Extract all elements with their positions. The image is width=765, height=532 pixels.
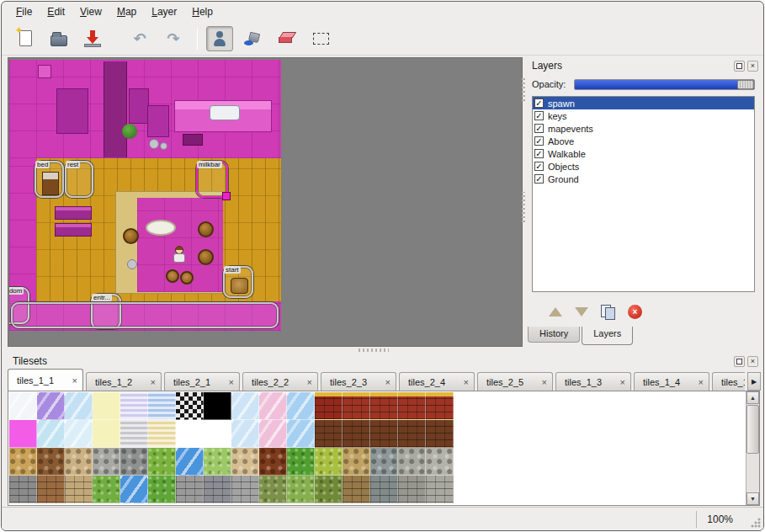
layer-visibility-checkbox[interactable]: ✓ [534,149,544,158]
map-view[interactable]: bed rest milkbar start entr... andom [8,57,523,347]
tileset-tile[interactable] [148,448,176,476]
tab-close-icon[interactable]: × [542,377,547,387]
lower-layer-button[interactable] [575,307,588,317]
scrollbar-thumb[interactable] [746,405,759,454]
tileset-tile[interactable] [148,420,176,448]
tileset-tile[interactable] [315,392,343,420]
layer-row-Walkable[interactable]: ✓Walkable [533,147,754,160]
tileset-tile[interactable] [315,448,343,476]
tileset-tile[interactable] [37,420,65,448]
tileset-tile[interactable] [426,448,454,476]
menu-view[interactable]: View [72,3,109,20]
tileset-scrollbar[interactable]: ▲ ▼ [746,391,759,505]
tileset-tile[interactable] [120,392,148,420]
tileset-tile[interactable] [148,392,176,420]
close-dock-button[interactable]: × [747,61,758,72]
layer-row-Ground[interactable]: ✓Ground [533,173,754,185]
tileset-tile[interactable] [93,448,120,476]
tileset-tab-tiles_1_2[interactable]: tiles_1_2× [86,372,162,391]
stamp-tool-button[interactable] [206,26,233,51]
tileset-tile[interactable] [176,448,204,476]
tileset-tile[interactable] [231,448,259,476]
tileset-tile[interactable] [315,476,343,503]
tileset-tile[interactable] [176,476,204,503]
tileset-tile[interactable] [259,392,287,420]
scrollbar-up-button[interactable]: ▲ [746,391,759,404]
tileset-tile[interactable] [120,448,148,476]
tileset-tile[interactable] [398,476,426,503]
tileset-tab-tiles_1_1[interactable]: tiles_1_1× [8,369,83,391]
layer-visibility-checkbox[interactable]: ✓ [534,111,544,120]
tileset-tile[interactable] [37,448,65,476]
tileset-tile[interactable] [176,420,204,448]
tab-close-icon[interactable]: × [307,377,312,387]
tileset-tab-tiles_2_3[interactable]: tiles_2_3× [321,372,396,391]
tileset-tile[interactable] [204,448,231,476]
map-object-start[interactable]: start [223,266,253,298]
layer-row-spawn[interactable]: ✓spawn [533,97,754,109]
horizontal-splitter-handle[interactable] [359,348,389,352]
tileset-tile[interactable] [9,392,37,420]
tileset-tile[interactable] [426,420,454,448]
tileset-tile[interactable] [398,448,426,476]
tileset-tile[interactable] [370,392,398,420]
tab-close-icon[interactable]: × [229,377,234,387]
save-button[interactable] [79,26,106,51]
layer-row-mapevents[interactable]: ✓mapevents [533,122,754,135]
tileset-tile[interactable] [343,476,370,503]
tileset-tile[interactable] [287,448,315,476]
layer-visibility-checkbox[interactable]: ✓ [534,136,544,146]
map-object-bottom-strip[interactable] [11,302,279,328]
tileset-tile[interactable] [65,448,93,476]
tileset-tile[interactable] [65,392,93,420]
tileset-tile[interactable] [9,448,37,476]
tileset-tab-tiles_2_4[interactable]: tiles_2_4× [399,372,475,391]
map-canvas[interactable]: bed rest milkbar start entr... andom [9,60,281,331]
menu-file[interactable]: File [8,3,40,20]
redo-button[interactable]: ↷ [160,26,187,51]
map-object-bed[interactable]: bed [35,161,64,198]
tileset-tile[interactable] [231,476,259,503]
tileset-tab-tiles_1_3[interactable]: tiles_1_3× [555,372,631,391]
tileset-tab-tiles_1_4[interactable]: tiles_1_4× [634,372,709,391]
tileset-tile[interactable] [204,476,231,503]
float-dock-button[interactable] [734,356,745,367]
menu-layer[interactable]: Layer [144,3,184,20]
tileset-tile[interactable] [426,392,454,420]
undo-button[interactable]: ↶ [126,26,153,51]
menu-help[interactable]: Help [184,3,220,20]
tileset-tile[interactable] [120,476,148,503]
tileset-tile[interactable] [259,448,287,476]
tileset-tab-tiles_2_5[interactable]: tiles_2_5× [477,372,553,391]
new-file-button[interactable]: ✦ [12,26,39,51]
select-tool-button[interactable] [307,26,334,51]
tileset-tile[interactable] [176,392,204,420]
fill-tool-button[interactable] [240,26,267,51]
tileset-tile[interactable] [120,420,148,448]
layer-row-keys[interactable]: ✓keys [533,109,754,122]
tileset-tab-tiles_1_[interactable]: tiles_1_× [712,372,745,391]
dock-tab-history[interactable]: History [528,327,580,343]
tileset-tile[interactable] [65,476,93,503]
tileset-tile[interactable] [37,392,65,420]
tileset-tile[interactable] [93,476,120,503]
tab-close-icon[interactable]: × [385,377,390,387]
open-file-button[interactable] [45,26,72,51]
tileset-tile[interactable] [343,448,370,476]
tileset-tile[interactable] [370,476,398,503]
tileset-tile[interactable] [398,420,426,448]
tileset-tile[interactable] [93,420,120,448]
opacity-slider[interactable] [574,79,755,90]
tileset-tile[interactable] [287,392,315,420]
layer-row-Objects[interactable]: ✓Objects [533,160,754,173]
tab-close-icon[interactable]: × [620,377,625,387]
tab-close-icon[interactable]: × [72,375,77,386]
layer-visibility-checkbox[interactable]: ✓ [534,174,544,184]
tileset-tile[interactable] [343,392,370,420]
duplicate-layer-button[interactable] [601,305,615,319]
tileset-tile[interactable] [93,392,120,420]
eraser-tool-button[interactable] [274,26,300,51]
tileset-tile[interactable] [204,392,231,420]
layer-visibility-checkbox[interactable]: ✓ [534,162,544,171]
tab-close-icon[interactable]: × [151,377,156,387]
